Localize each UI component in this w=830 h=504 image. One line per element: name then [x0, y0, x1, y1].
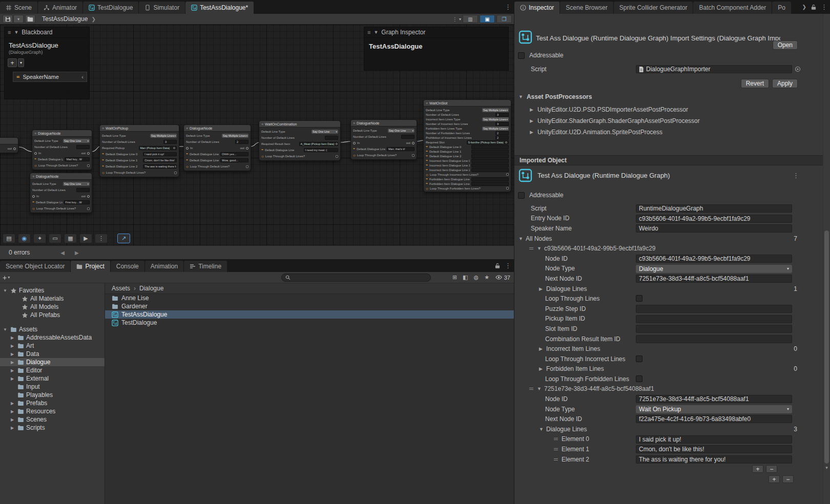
foldout-arrow-icon[interactable]: ▼: [14, 30, 18, 35]
dialogue-line-field[interactable]: Ohhh yes...: [220, 152, 248, 156]
array-size-value[interactable]: 0: [794, 365, 797, 372]
tab-testdialogue[interactable]: TestDialogue: [83, 2, 139, 14]
add-property-button[interactable]: +: [8, 58, 17, 67]
dialogue-line-field[interactable]: First boy....W: [64, 200, 90, 204]
graph-node-dialoguenode[interactable]: ≡DialogueNodeDefault Line TypeSay One Li…: [350, 119, 417, 160]
prev-error-button[interactable]: ◀: [60, 250, 65, 256]
open-button[interactable]: Open: [773, 40, 798, 50]
node-titlebar[interactable]: ≡DialogueNode: [32, 130, 92, 137]
tab-inspector[interactable]: Inspector: [514, 2, 560, 14]
addressable-checkbox[interactable]: [518, 52, 525, 59]
postprocessors-header[interactable]: ▼ Asset PostProcessors: [518, 93, 592, 100]
property-dropdown[interactable]: Dialogue▾: [636, 265, 792, 273]
property-checkbox[interactable]: [636, 355, 642, 362]
dialogue-line-field[interactable]: [471, 168, 509, 172]
blackboard-panel[interactable]: ≡ ▼ Blackboard TestAssDialogue (Dialogue…: [4, 27, 90, 99]
property-value-field[interactable]: f22a475e-4c2f-41c6-9b73-6a83498abfe0: [636, 415, 792, 423]
foldout-arrow-icon[interactable]: ▼: [2, 288, 8, 293]
output-port-icon[interactable]: [412, 142, 414, 144]
script-field[interactable]: DialogueGraphImporter: [636, 65, 792, 73]
more-options-button[interactable]: ⋮: [95, 234, 108, 243]
node-dropdown[interactable]: Say Multiple Lines▾: [482, 108, 509, 112]
grid-button[interactable]: ▦: [64, 234, 77, 243]
scrollbar-thumb[interactable]: [824, 230, 829, 464]
filter-label-icon[interactable]: ◍: [474, 274, 479, 281]
dialogue-line-field[interactable]: [471, 150, 509, 154]
node-text-field[interactable]: [76, 188, 90, 192]
foldout-arrow-icon[interactable]: ▼: [537, 246, 542, 251]
input-port-icon[interactable]: [32, 195, 35, 198]
postprocessor-item[interactable]: ▶UnityEditor.U2D.Animation.SpritePostPro…: [530, 127, 825, 138]
foldout-arrow-icon[interactable]: ▶: [9, 426, 15, 430]
blackboard-property-speakername[interactable]: “ SpeakerName ‹: [13, 72, 87, 82]
node-titlebar[interactable]: ≡rtNode: [0, 138, 18, 144]
node-dropdown[interactable]: Say One Line▾: [63, 139, 90, 143]
lock-icon[interactable]: [495, 263, 500, 269]
project-menu-icon[interactable]: ⋮: [505, 262, 511, 269]
graph-node-dialoguenode[interactable]: ≡DialogueNodeDefault Line TypeSay Multip…: [183, 124, 251, 171]
node-checkbox[interactable]: [246, 165, 248, 168]
node-text-field[interactable]: 2: [495, 136, 509, 140]
tab-simulator[interactable]: Simulator: [139, 2, 185, 14]
filter-type-icon[interactable]: ◧: [463, 274, 468, 281]
create-asset-button[interactable]: + ▾: [3, 274, 10, 282]
foldout-arrow-icon[interactable]: ▼: [537, 386, 542, 391]
property-value-field[interactable]: c93b5606-401f-49a2-99b5-9ecbf1fa9c29: [636, 255, 792, 263]
node-collapse-icon[interactable]: ≡: [261, 122, 263, 126]
object-picker-icon[interactable]: [336, 143, 338, 145]
foldout-arrow-icon[interactable]: ▶: [539, 366, 543, 371]
node-collapse-icon[interactable]: ≡: [32, 175, 34, 178]
array-size-value[interactable]: 0: [794, 345, 797, 352]
foldout-arrow-icon[interactable]: ▶: [9, 335, 15, 340]
object-picker-icon[interactable]: [795, 66, 801, 72]
tree-item-scenes[interactable]: ▶Scenes: [0, 415, 105, 424]
graph-node-waitonslot[interactable]: ≡WaitOnSlotDefault Line TypeSay Multiple…: [423, 99, 511, 192]
foldout-arrow-icon[interactable]: ▶: [9, 368, 15, 373]
node-dropdown[interactable]: Say Multiple Lines▾: [222, 134, 248, 138]
tree-item-playables[interactable]: Playables: [0, 391, 105, 399]
inspector-menu-icon[interactable]: ⋮: [821, 3, 827, 11]
file-item-anne-lise[interactable]: Anne Lise: [105, 294, 514, 302]
drag-handle-icon[interactable]: [553, 448, 558, 451]
file-item-gardener[interactable]: Gardener: [105, 302, 514, 310]
breadcrumb-current[interactable]: Dialogue: [139, 285, 163, 292]
node-collapse-icon[interactable]: ≡: [186, 127, 188, 130]
node-collapse-icon[interactable]: ≡: [353, 121, 355, 125]
property-value-field[interactable]: [636, 315, 792, 323]
foldout-arrow-icon[interactable]: ▼: [374, 30, 378, 35]
node-object-field[interactable]: Man (Pickup Item Data): [139, 146, 177, 150]
graph-breadcrumb[interactable]: TestAssDialogue ❯: [42, 15, 96, 23]
node-object-field[interactable]: S-bonfire (Pickup Item Data): [467, 140, 509, 144]
tools-button[interactable]: ✦: [33, 234, 46, 243]
tab-console[interactable]: Console: [111, 261, 145, 272]
node-titlebar[interactable]: ≡WaitOnSlot: [424, 100, 511, 107]
tab-sprite-collider-generator[interactable]: Sprite Collider Generator: [614, 2, 694, 14]
property-value-field[interactable]: [636, 305, 792, 313]
node-titlebar[interactable]: ≡WaitOnCombination: [259, 121, 340, 128]
input-port-icon[interactable]: [353, 142, 356, 144]
dialogue-line-field[interactable]: Man, that's it!: [387, 147, 414, 151]
output-port-icon[interactable]: [87, 195, 90, 198]
tree-item-input[interactable]: Input: [0, 383, 105, 391]
file-item-testdialogue[interactable]: TestDialogue: [105, 319, 514, 327]
apply-button[interactable]: Apply: [772, 79, 798, 88]
dialogue-line-field[interactable]: Mad boy,..W: [65, 157, 90, 161]
object-menu-icon[interactable]: ⋮: [793, 172, 799, 179]
tree-item-all-prefabs[interactable]: All Prefabs: [0, 311, 105, 319]
property-value-field[interactable]: RuntimeDialogueGraph: [636, 204, 792, 213]
node-text-field[interactable]: 3: [495, 122, 509, 126]
file-item-testassdialogue[interactable]: TestAssDialogue: [105, 310, 514, 319]
graph-inspector-header[interactable]: ≡ ▼ Graph Inspector: [364, 27, 508, 38]
node-dropdown[interactable]: Say One Line▾: [312, 130, 338, 134]
node-dropdown[interactable]: Say One Line▾: [63, 182, 90, 186]
postprocessor-item[interactable]: ▶UnityEditor.ShaderGraph.ShaderGraphAsse…: [530, 115, 825, 127]
foldout-arrow-icon[interactable]: ▶: [9, 376, 15, 381]
lock-icon[interactable]: [811, 4, 816, 10]
property-value-field[interactable]: [636, 325, 792, 333]
property-value-field[interactable]: c93b5606-401f-49a2-99b5-9ecbf1fa9c29: [636, 215, 792, 223]
minimap-toggle-button[interactable]: ▥: [463, 15, 478, 23]
save-dropdown-button[interactable]: ▾: [13, 15, 24, 23]
graph-node-rtnode[interactable]: ≡rtNodeaterlaneout: [0, 137, 18, 153]
object-picker-icon[interactable]: [173, 147, 175, 149]
blackboard-toggle-button[interactable]: ▣: [480, 15, 495, 23]
